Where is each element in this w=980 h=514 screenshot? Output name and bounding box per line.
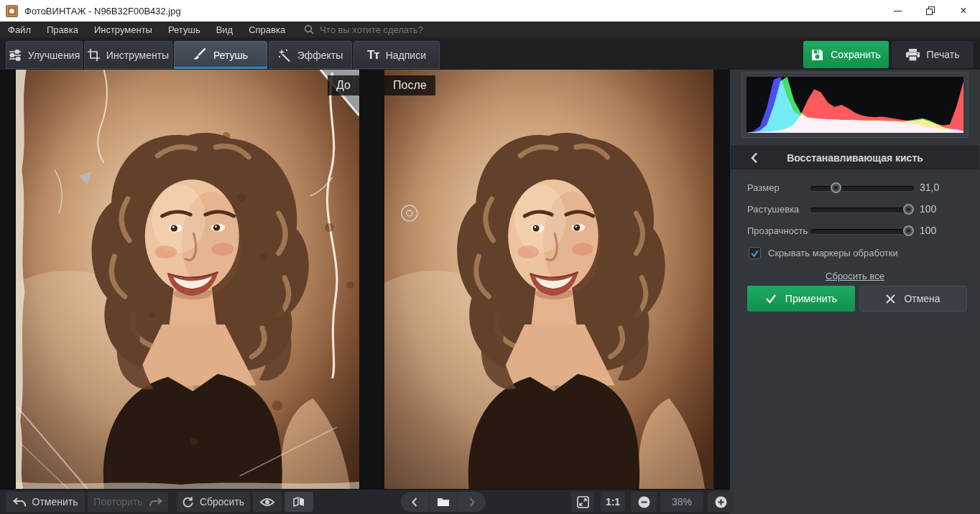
compare-view-button[interactable] bbox=[285, 492, 313, 512]
search-icon bbox=[304, 24, 314, 34]
zoom-level[interactable]: 38% bbox=[660, 492, 703, 512]
feather-label: Растушевка bbox=[747, 204, 799, 215]
hide-markers-checkbox[interactable] bbox=[749, 247, 761, 259]
undo-button[interactable]: Отменить bbox=[6, 492, 85, 512]
reset-button[interactable]: Сбросить bbox=[177, 492, 250, 512]
sliders-icon bbox=[9, 50, 22, 61]
search-input[interactable] bbox=[320, 24, 478, 35]
back-button[interactable] bbox=[746, 150, 762, 166]
save-label: Сохранить bbox=[831, 49, 881, 60]
app-icon bbox=[6, 5, 18, 17]
menu-view[interactable]: Вид bbox=[216, 24, 234, 35]
tab-label: Эффекты bbox=[297, 50, 343, 61]
undo-icon bbox=[13, 497, 26, 507]
magic-wand-icon bbox=[278, 49, 291, 62]
folder-icon bbox=[437, 497, 450, 507]
panel-title: Восстанавливающая кисть bbox=[731, 152, 979, 164]
tab-effects[interactable]: Эффекты bbox=[269, 41, 352, 69]
save-button[interactable]: Сохранить bbox=[803, 41, 889, 68]
zoom-in-button[interactable] bbox=[708, 492, 734, 512]
chevron-left-icon bbox=[751, 152, 758, 164]
menu-help[interactable]: Справка bbox=[249, 24, 285, 35]
print-button[interactable]: Печать bbox=[892, 41, 974, 68]
zoom-out-button[interactable] bbox=[631, 492, 657, 512]
before-image[interactable]: До bbox=[16, 70, 359, 489]
window-controls: × bbox=[881, 0, 980, 22]
save-icon bbox=[811, 49, 823, 61]
opacity-slider-thumb[interactable] bbox=[903, 225, 914, 236]
size-label: Размер bbox=[747, 182, 780, 193]
eye-icon bbox=[260, 497, 274, 507]
histogram-plot bbox=[746, 77, 963, 133]
panel-header: Восстанавливающая кисть bbox=[731, 146, 979, 169]
fit-screen-button[interactable] bbox=[571, 492, 594, 512]
apply-button[interactable]: Применить bbox=[747, 286, 855, 312]
prev-file-button[interactable] bbox=[401, 492, 429, 512]
tab-captions[interactable]: Tт Надписи bbox=[353, 41, 440, 69]
tab-label: Улучшения bbox=[28, 50, 80, 61]
tab-enhancements[interactable]: Улучшения bbox=[6, 41, 83, 69]
actual-size-label: 1:1 bbox=[606, 496, 620, 508]
hide-markers-label: Скрывать маркеры обработки bbox=[768, 248, 898, 258]
close-icon: × bbox=[960, 5, 966, 17]
menu-bar: Файл Правка Инструменты Ретушь Вид Справ… bbox=[0, 22, 980, 37]
chevron-right-icon bbox=[469, 497, 475, 507]
redo-button[interactable]: Повторить bbox=[88, 492, 168, 512]
reset-label: Сбросить bbox=[200, 496, 244, 508]
actual-size-button[interactable]: 1:1 bbox=[601, 492, 625, 512]
feather-value: 100 bbox=[920, 203, 936, 215]
print-icon bbox=[906, 49, 920, 61]
reset-all-link[interactable]: Сбросить все bbox=[730, 271, 980, 281]
after-image[interactable]: После bbox=[384, 70, 713, 489]
apply-label: Применить bbox=[785, 293, 837, 304]
menu-file[interactable]: Файл bbox=[8, 24, 31, 35]
status-bar: Отменить Повторить Сбросить 1:1 38% bbox=[0, 490, 730, 514]
window-title: ФотоВИНТАЖ - N96B32F00B432.jpg bbox=[24, 6, 181, 17]
open-folder-button[interactable] bbox=[429, 492, 458, 512]
menu-edit[interactable]: Правка bbox=[47, 24, 78, 35]
minimize-button[interactable] bbox=[881, 0, 914, 22]
opacity-value: 100 bbox=[920, 225, 936, 236]
size-value: 31,0 bbox=[920, 182, 939, 193]
check-icon bbox=[750, 248, 759, 258]
redo-label: Повторить bbox=[93, 496, 142, 508]
title-bar: ФотоВИНТАЖ - N96B32F00B432.jpg × bbox=[0, 0, 980, 22]
file-navigator bbox=[401, 492, 486, 512]
undo-label: Отменить bbox=[32, 496, 78, 508]
help-search[interactable] bbox=[304, 24, 478, 35]
restore-icon bbox=[926, 6, 935, 15]
feather-slider-thumb[interactable] bbox=[903, 204, 914, 215]
feather-slider-row: Растушевка 100 bbox=[730, 201, 980, 218]
cancel-label: Отмена bbox=[904, 293, 940, 304]
tab-bar: Улучшения Инструменты Ретушь Эффекты Tт … bbox=[0, 37, 980, 70]
size-slider-thumb[interactable] bbox=[831, 182, 841, 193]
restore-button[interactable] bbox=[914, 0, 947, 22]
size-slider[interactable] bbox=[810, 186, 914, 191]
feather-slider[interactable] bbox=[810, 207, 914, 212]
brush-icon bbox=[193, 48, 207, 62]
plus-circle-icon bbox=[715, 496, 727, 508]
close-icon bbox=[886, 294, 895, 304]
redo-icon bbox=[149, 497, 162, 507]
tab-tools[interactable]: Инструменты bbox=[84, 41, 172, 69]
tool-panel: Восстанавливающая кисть Размер 31,0 Раст… bbox=[730, 70, 980, 514]
chevron-left-icon bbox=[412, 497, 417, 507]
opacity-slider[interactable] bbox=[810, 229, 914, 234]
close-button[interactable]: × bbox=[947, 0, 980, 22]
text-icon: Tт bbox=[367, 48, 379, 62]
hide-markers-row: Скрывать маркеры обработки bbox=[749, 247, 898, 259]
menu-retouch[interactable]: Ретушь bbox=[168, 24, 200, 35]
next-file-button[interactable] bbox=[457, 492, 486, 512]
before-label: До bbox=[328, 75, 359, 95]
crop-icon bbox=[88, 49, 100, 61]
split-compare-icon bbox=[293, 497, 305, 508]
tab-retouch[interactable]: Ретушь bbox=[174, 41, 267, 69]
minimize-icon bbox=[894, 11, 902, 11]
cancel-button[interactable]: Отмена bbox=[859, 286, 967, 312]
menu-tools[interactable]: Инструменты bbox=[94, 24, 152, 35]
image-viewer: До После bbox=[0, 70, 730, 490]
histogram bbox=[741, 72, 969, 138]
show-original-button[interactable] bbox=[253, 492, 282, 512]
print-label: Печать bbox=[927, 49, 960, 60]
check-icon bbox=[765, 294, 777, 304]
